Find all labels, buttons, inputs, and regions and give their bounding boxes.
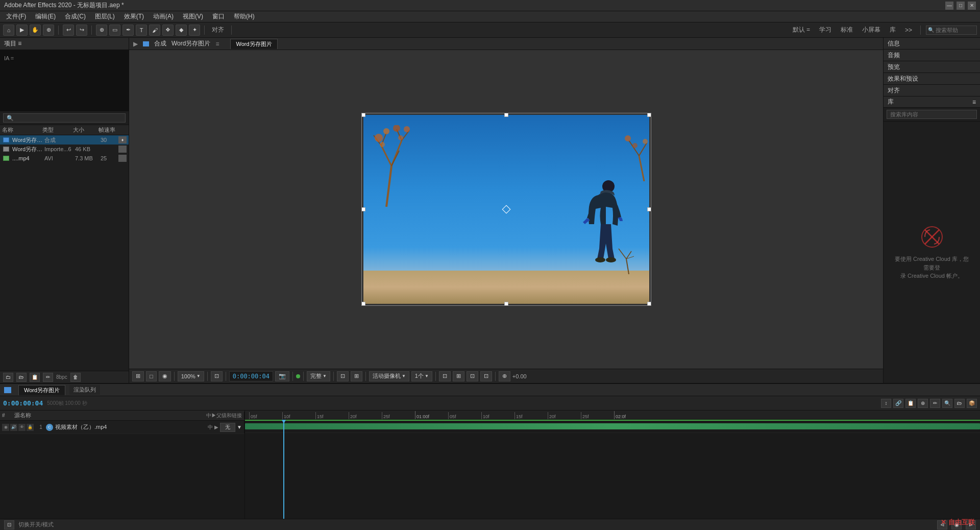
audio-header[interactable]: 音频 xyxy=(884,50,980,61)
menu-view[interactable]: 视图(V) xyxy=(179,11,207,22)
menu-layer[interactable]: 图层(L) xyxy=(91,11,119,22)
workspace-learn[interactable]: 学习 xyxy=(816,25,835,35)
align-label[interactable]: 对齐 xyxy=(209,25,227,35)
align-header[interactable]: 对齐 xyxy=(884,85,980,96)
region-of-interest-btn[interactable]: ⊞ xyxy=(132,371,144,381)
zoom-display[interactable]: 100% ▼ xyxy=(178,371,204,381)
pixel-aspect-btn[interactable]: ◉ xyxy=(159,371,171,381)
layer-audio-btn-1[interactable]: 🔊 xyxy=(10,424,17,431)
fit-comp-btn[interactable]: ⊡ xyxy=(211,371,223,381)
layer-lock-btn-1[interactable]: 🔒 xyxy=(27,424,34,431)
handle-top-left[interactable] xyxy=(361,113,365,117)
exposure-btn[interactable]: ⊕ xyxy=(499,371,510,381)
info-header[interactable]: 信息 xyxy=(884,38,980,49)
layer-video-btn-1[interactable]: 👁 xyxy=(18,424,26,431)
tool-text[interactable]: T xyxy=(136,25,147,36)
tl-search-btn[interactable]: 🔍 xyxy=(942,399,952,408)
project-item-0[interactable]: Word另存图片 合成 30 ♦ xyxy=(0,135,129,144)
tool-pen[interactable]: ✒ xyxy=(122,25,134,36)
interpret-btn[interactable]: ✏ xyxy=(43,373,53,382)
current-time-display[interactable]: 0:00:00:04 xyxy=(229,371,273,381)
quality-select[interactable]: 完整 ▼ xyxy=(307,371,330,381)
tool-zoom[interactable]: ⊕ xyxy=(43,25,54,36)
workspace-small-screen[interactable]: 小屏幕 xyxy=(859,25,884,35)
handle-bot-left[interactable] xyxy=(361,302,365,306)
library-search-input[interactable] xyxy=(887,110,977,119)
safe-margins-btn[interactable]: ⊡ xyxy=(480,371,492,381)
tl-chart-editor[interactable]: ✏ xyxy=(930,399,940,408)
project-item-2[interactable]: ....mp4 AVI 7.3 MB 25 xyxy=(0,154,129,163)
go-to-end-btn[interactable]: ⊳ xyxy=(966,520,976,529)
handle-top-right[interactable] xyxy=(647,113,651,117)
project-item-1[interactable]: Word另存图... Importe...6 46 KB xyxy=(0,144,129,154)
handle-top-center[interactable] xyxy=(504,113,508,117)
effects-header[interactable]: 效果和预设 xyxy=(884,73,980,84)
comp-tab-main[interactable]: Word另存图片 xyxy=(230,39,277,49)
layer-effect-btn-1[interactable]: 无 xyxy=(220,423,235,432)
workspace-more[interactable]: >> xyxy=(902,26,915,35)
window-controls[interactable]: — □ ✕ xyxy=(945,2,976,10)
find-btn[interactable]: 📋 xyxy=(30,373,40,382)
go-to-start-btn[interactable]: ⊲ xyxy=(937,520,947,529)
handle-mid-right[interactable] xyxy=(647,207,651,211)
render-queue-btn[interactable]: 渲染队列 xyxy=(69,385,100,395)
tool-brush[interactable]: 🖌 xyxy=(149,25,160,36)
camera-select[interactable]: 活动摄像机 ▼ xyxy=(369,371,409,381)
tl-enable-motion-blur[interactable]: ↕ xyxy=(881,399,891,408)
breadcrumb-menu[interactable]: ≡ xyxy=(215,40,219,47)
menu-file[interactable]: 文件(F) xyxy=(2,11,30,22)
tool-shape[interactable]: ◆ xyxy=(176,25,187,36)
tl-switch-mode-btn[interactable]: ⊡ xyxy=(4,520,14,529)
ruler-btn[interactable]: ⊞ xyxy=(453,371,464,381)
tl-render-btn[interactable]: 🗁 xyxy=(954,399,965,408)
handle-mid-left[interactable] xyxy=(361,207,365,211)
menu-animation[interactable]: 动画(A) xyxy=(149,11,178,22)
snapshot-btn[interactable]: 📷 xyxy=(275,371,289,381)
layer-solo-btn-1[interactable]: ◉ xyxy=(2,424,9,431)
grid-btn[interactable]: ⊡ xyxy=(467,371,478,381)
tool-home[interactable]: ⌂ xyxy=(3,25,14,36)
maximize-button[interactable]: □ xyxy=(957,2,965,10)
tl-draft-mode[interactable]: 🔗 xyxy=(893,399,903,408)
tl-add-marker[interactable]: ⊕ xyxy=(918,399,928,408)
new-folder-btn[interactable]: 🗀 xyxy=(3,373,13,382)
menu-effects[interactable]: 效果(T) xyxy=(120,11,148,22)
close-button[interactable]: ✕ xyxy=(968,2,976,10)
workspace-standard[interactable]: 标准 xyxy=(838,25,856,35)
tool-hand[interactable]: ✋ xyxy=(30,25,41,36)
transparency-btn[interactable]: □ xyxy=(146,371,157,381)
layer-bar-1[interactable] xyxy=(245,423,980,429)
menu-edit[interactable]: 编辑(E) xyxy=(31,11,60,22)
minimize-button[interactable]: — xyxy=(945,2,953,10)
delete-btn[interactable]: 🗑 xyxy=(70,373,81,382)
tool-new-comp[interactable]: ⊕ xyxy=(96,25,107,36)
fast-preview-btn[interactable]: ⊡ xyxy=(337,371,349,381)
tool-select[interactable]: ▶ xyxy=(16,25,28,36)
handle-bot-right[interactable] xyxy=(647,302,651,306)
view-count-select[interactable]: 1个 ▼ xyxy=(411,371,432,381)
project-search-input[interactable] xyxy=(3,113,126,123)
tl-precomp-btn[interactable]: 📦 xyxy=(967,399,977,408)
tool-clone[interactable]: ❖ xyxy=(162,25,174,36)
tool-undo[interactable]: ↩ xyxy=(63,25,74,36)
playhead[interactable] xyxy=(283,420,284,519)
layer-mode-1[interactable]: 中 xyxy=(208,424,213,431)
preview-header[interactable]: 预览 xyxy=(884,61,980,73)
new-comp-btn[interactable]: 🗁 xyxy=(16,373,27,382)
tool-mask[interactable]: ▭ xyxy=(109,25,120,36)
tl-composition-flow[interactable]: 📋 xyxy=(905,399,916,408)
menu-composition[interactable]: 合成(C) xyxy=(61,11,90,22)
timeline-timecode[interactable]: 0:00:00:04 xyxy=(3,399,43,407)
handle-bot-center[interactable] xyxy=(504,302,508,306)
tool-redo[interactable]: ↪ xyxy=(76,25,87,36)
menu-help[interactable]: 帮助(H) xyxy=(230,11,259,22)
workspace-library[interactable]: 库 xyxy=(887,25,899,35)
library-menu-icon[interactable]: ≡ xyxy=(972,99,976,106)
tool-puppet[interactable]: ✦ xyxy=(189,25,200,36)
workspace-default[interactable]: 默认 = xyxy=(790,25,813,35)
layer-quality-1[interactable]: ▶ xyxy=(214,424,218,430)
timeline-tab-main[interactable]: Word另存图片 xyxy=(18,385,65,395)
play-stop-btn[interactable]: ◉ xyxy=(951,520,962,529)
menu-window[interactable]: 窗口 xyxy=(208,11,229,22)
hide-layers-btn[interactable]: ⊞ xyxy=(351,371,362,381)
